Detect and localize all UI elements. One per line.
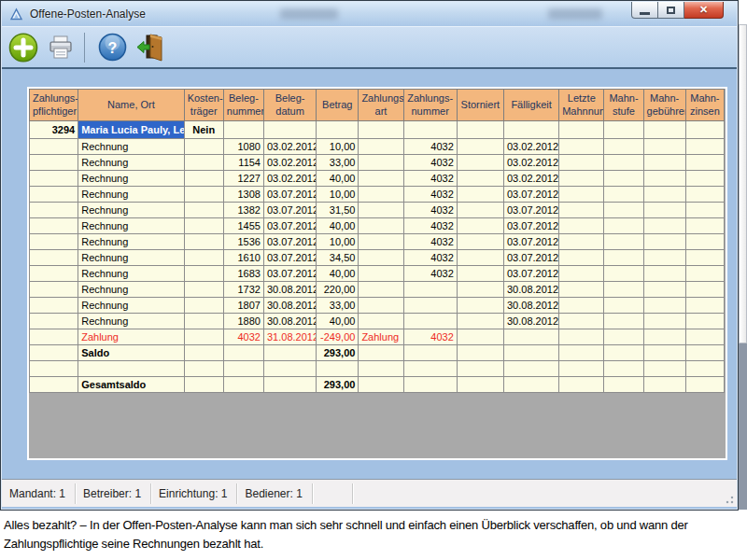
- grid-cell[interactable]: [359, 187, 403, 203]
- grid-cell[interactable]: [30, 155, 78, 171]
- grid-cell[interactable]: [685, 203, 724, 218]
- grid-cell[interactable]: [317, 361, 359, 377]
- grid-cell[interactable]: [685, 171, 724, 187]
- grid-cell[interactable]: [559, 377, 604, 393]
- grid-cell[interactable]: [184, 218, 223, 234]
- grid-cell[interactable]: 30.08.2012: [503, 314, 558, 329]
- grid-cell[interactable]: [30, 234, 78, 250]
- grid-cell[interactable]: -249,00: [317, 329, 359, 345]
- grid-cell[interactable]: 40,00: [317, 171, 359, 187]
- grid-cell[interactable]: [685, 298, 724, 314]
- column-header[interactable]: Mahn- stufe: [604, 90, 643, 121]
- grid-cell[interactable]: 4032: [403, 171, 457, 187]
- column-header[interactable]: Storniert: [457, 90, 503, 121]
- grid-cell[interactable]: Zahlung: [78, 329, 184, 345]
- grid-cell[interactable]: [604, 282, 643, 298]
- grid-cell[interactable]: Rechnung: [78, 218, 184, 234]
- grid-cell[interactable]: [263, 345, 316, 361]
- column-header[interactable]: Betrag: [317, 90, 359, 121]
- column-header[interactable]: Beleg- nummer: [223, 90, 263, 121]
- grid-cell[interactable]: 4032: [403, 266, 457, 282]
- grid-cell[interactable]: [643, 121, 685, 139]
- grid-cell[interactable]: [359, 121, 403, 139]
- grid-cell[interactable]: [457, 266, 503, 282]
- grid-cell[interactable]: 40,00: [317, 266, 359, 282]
- grid-cell[interactable]: [643, 298, 685, 314]
- selected-cell[interactable]: Maria Lucia Pauly, Leer: [78, 121, 184, 139]
- grid-cell[interactable]: [457, 250, 503, 266]
- grid-cell[interactable]: [457, 203, 503, 218]
- grid-cell[interactable]: 4032: [403, 187, 457, 203]
- grid-cell[interactable]: [559, 171, 604, 187]
- grid-cell[interactable]: [184, 361, 223, 377]
- grid-cell[interactable]: [184, 234, 223, 250]
- grid-cell[interactable]: [359, 218, 403, 234]
- grid-cell[interactable]: [604, 314, 643, 329]
- grid-cell[interactable]: 03.02.2012: [503, 139, 558, 155]
- grid-cell[interactable]: [184, 171, 223, 187]
- grid-cell[interactable]: [30, 361, 78, 377]
- grid-cell[interactable]: 1610: [223, 250, 263, 266]
- grid-cell[interactable]: 1080: [223, 139, 263, 155]
- grid-cell[interactable]: 03.02.2012: [263, 139, 316, 155]
- grid-cell[interactable]: 4032: [403, 234, 457, 250]
- grid-cell[interactable]: [604, 187, 643, 203]
- grid-cell[interactable]: 1308: [223, 187, 263, 203]
- grid-cell[interactable]: [184, 155, 223, 171]
- grid-cell[interactable]: [223, 361, 263, 377]
- grid-cell[interactable]: 31.08.2012: [263, 329, 316, 345]
- grid-cell[interactable]: [457, 314, 503, 329]
- grid-cell[interactable]: 34,50: [317, 250, 359, 266]
- grid-cell[interactable]: [559, 329, 604, 345]
- grid-cell[interactable]: [643, 282, 685, 298]
- grid-cell[interactable]: [643, 250, 685, 266]
- grid-cell[interactable]: [643, 203, 685, 218]
- grid-cell[interactable]: 4032: [403, 329, 457, 345]
- grid-cell[interactable]: [604, 266, 643, 282]
- grid-cell[interactable]: [559, 234, 604, 250]
- grid-cell[interactable]: [30, 345, 78, 361]
- grid-cell[interactable]: [685, 282, 724, 298]
- grid-cell[interactable]: 31,50: [317, 203, 359, 218]
- grid-cell[interactable]: [559, 282, 604, 298]
- grid-cell[interactable]: [559, 218, 604, 234]
- grid-cell[interactable]: Zahlung: [359, 329, 403, 345]
- grid-cell[interactable]: Rechnung: [78, 266, 184, 282]
- grid-cell[interactable]: 4032: [403, 139, 457, 155]
- grid-cell[interactable]: [643, 329, 685, 345]
- grid-cell[interactable]: [30, 250, 78, 266]
- grid-cell[interactable]: 40,00: [317, 314, 359, 329]
- grid-cell[interactable]: [30, 266, 78, 282]
- grid-cell[interactable]: 30.08.2012: [263, 314, 316, 329]
- grid-cell[interactable]: 1455: [223, 218, 263, 234]
- maximize-button[interactable]: [658, 2, 684, 19]
- grid-cell[interactable]: [643, 218, 685, 234]
- grid-cell[interactable]: [643, 377, 685, 393]
- grid-cell[interactable]: [457, 218, 503, 234]
- grid-cell[interactable]: [643, 345, 685, 361]
- grid-cell[interactable]: [685, 266, 724, 282]
- grid-cell[interactable]: [685, 377, 724, 393]
- grid-cell[interactable]: [604, 171, 643, 187]
- grid-cell[interactable]: [223, 377, 263, 393]
- grid-cell[interactable]: Rechnung: [78, 282, 184, 298]
- grid-cell[interactable]: [685, 139, 724, 155]
- grid-cell[interactable]: [685, 121, 724, 139]
- grid-cell[interactable]: Rechnung: [78, 171, 184, 187]
- grid-cell[interactable]: 1227: [223, 171, 263, 187]
- grid-cell[interactable]: [559, 314, 604, 329]
- grid-cell[interactable]: [30, 203, 78, 218]
- grid-cell[interactable]: 30.08.2012: [263, 298, 316, 314]
- grid-cell[interactable]: [30, 377, 78, 393]
- grid-cell[interactable]: [403, 361, 457, 377]
- grid-cell[interactable]: 10,00: [317, 187, 359, 203]
- grid-cell[interactable]: [685, 218, 724, 234]
- grid-cell[interactable]: [643, 155, 685, 171]
- page-scrollbar-thumb[interactable]: [739, 24, 747, 343]
- grid-cell[interactable]: [30, 314, 78, 329]
- grid-cell[interactable]: [184, 139, 223, 155]
- grid-cell[interactable]: [184, 250, 223, 266]
- grid-cell[interactable]: 10,00: [317, 234, 359, 250]
- grid-cell[interactable]: 1382: [223, 203, 263, 218]
- grid-cell[interactable]: [184, 298, 223, 314]
